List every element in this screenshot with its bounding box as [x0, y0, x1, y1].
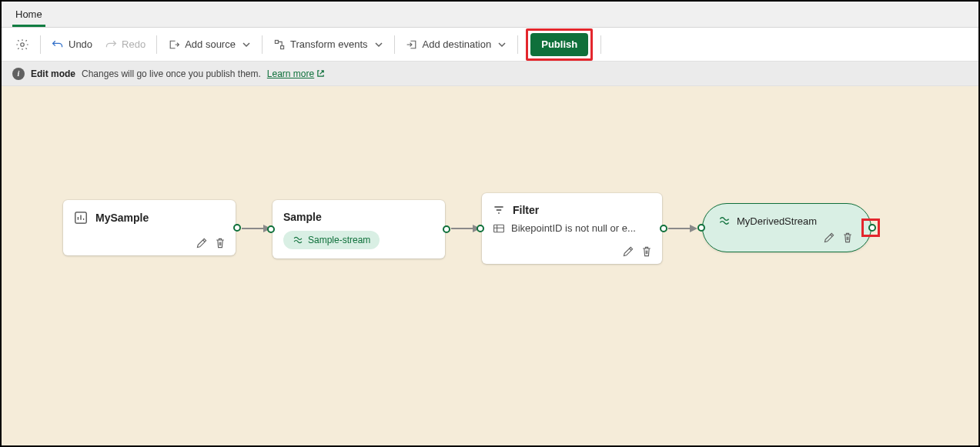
redo-button[interactable]: Redo [99, 32, 152, 57]
add-destination-button[interactable]: Add destination [400, 32, 513, 57]
svg-rect-8 [494, 225, 504, 232]
transform-label: Transform events [290, 38, 368, 50]
field-icon [493, 223, 505, 234]
flow-canvas[interactable]: MySample Sample Sample-stream Filter [2, 86, 978, 445]
edit-mode-label: Edit mode [31, 68, 75, 79]
chevron-down-icon [497, 40, 507, 49]
stream-icon [718, 215, 731, 227]
delete-icon[interactable] [214, 237, 226, 249]
learn-more-label: Learn more [267, 68, 314, 79]
node-destination[interactable]: MyDerivedStream [702, 203, 871, 252]
info-icon: i [12, 68, 25, 80]
svg-rect-2 [281, 45, 284, 48]
publish-label: Publish [541, 38, 577, 50]
undo-label: Undo [69, 38, 92, 50]
settings-button[interactable] [9, 32, 35, 57]
add-source-icon [168, 38, 180, 51]
transform-events-button[interactable]: Transform events [267, 32, 390, 57]
node-mysample[interactable]: MySample [63, 200, 236, 255]
svg-rect-1 [275, 40, 278, 43]
bar-chart-icon [74, 211, 88, 225]
separator [40, 35, 41, 54]
connector [450, 223, 480, 234]
publish-highlight: Publish [526, 28, 593, 61]
undo-icon [52, 38, 64, 51]
edit-icon[interactable] [622, 245, 634, 258]
stream-chip[interactable]: Sample-stream [283, 231, 380, 249]
input-port[interactable] [477, 225, 484, 232]
chevron-down-icon [242, 40, 251, 49]
node-title: Filter [513, 204, 539, 216]
publish-button[interactable]: Publish [530, 33, 588, 56]
chip-label: Sample-stream [308, 235, 370, 245]
stream-icon [293, 235, 303, 245]
transform-icon [273, 38, 286, 51]
separator [262, 35, 263, 54]
add-destination-icon [406, 38, 418, 51]
toolbar: Undo Redo Add source Transform events Ad… [2, 28, 978, 62]
info-bar: i Edit mode Changes will go live once yo… [2, 62, 978, 86]
node-filter[interactable]: Filter BikepointID is not null or e... [482, 193, 662, 264]
redo-icon [105, 38, 117, 51]
svg-marker-10 [690, 225, 697, 232]
filter-expression: BikepointID is not null or e... [511, 222, 636, 234]
input-port[interactable] [267, 225, 275, 233]
node-title: Sample [283, 211, 322, 223]
gear-icon [15, 38, 29, 52]
tab-strip: Home [2, 2, 978, 28]
external-link-icon [316, 69, 325, 78]
input-port[interactable] [697, 224, 705, 232]
node-title: MySample [95, 212, 149, 224]
svg-point-0 [21, 42, 25, 46]
filter-icon [493, 204, 505, 216]
output-port-highlight [861, 218, 880, 237]
delete-icon[interactable] [641, 245, 653, 258]
add-destination-label: Add destination [423, 38, 492, 50]
add-source-button[interactable]: Add source [162, 32, 257, 57]
tab-home[interactable]: Home [12, 2, 45, 27]
undo-button[interactable]: Undo [45, 32, 99, 57]
redo-label: Redo [122, 38, 145, 50]
edit-icon[interactable] [823, 232, 835, 244]
node-sample[interactable]: Sample Sample-stream [273, 200, 445, 259]
edit-mode-message: Changes will go live once you publish th… [82, 68, 261, 79]
add-source-label: Add source [185, 38, 236, 50]
learn-more-link[interactable]: Learn more [267, 68, 325, 79]
node-title: MyDerivedStream [737, 215, 817, 227]
separator [394, 35, 395, 54]
separator [156, 35, 157, 54]
separator [600, 35, 601, 54]
chevron-down-icon [374, 40, 383, 49]
delete-icon[interactable] [841, 232, 854, 244]
separator [517, 35, 518, 54]
edit-icon[interactable] [196, 237, 208, 249]
connector [667, 223, 697, 234]
connector [240, 223, 271, 234]
